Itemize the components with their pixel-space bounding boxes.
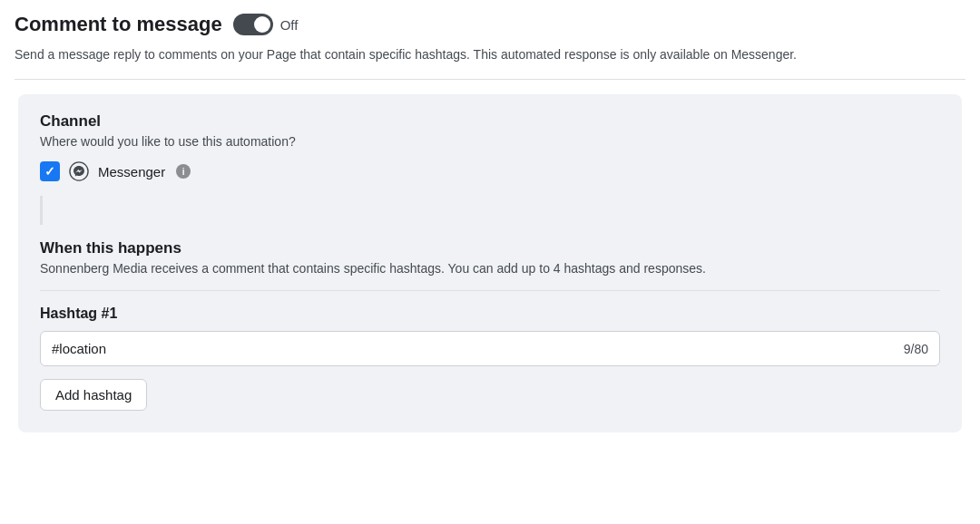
channel-description: Where would you like to use this automat… [40, 134, 940, 149]
when-divider [40, 290, 940, 291]
when-section: When this happens Sonnenberg Media recei… [40, 239, 940, 411]
messenger-info-icon[interactable]: i [176, 164, 191, 179]
header-description: Send a message reply to comments on your… [15, 45, 958, 64]
hashtag-input-container: 9/80 [40, 331, 940, 366]
toggle-container: Off [233, 14, 299, 35]
section-vertical-divider [40, 196, 43, 225]
comment-to-message-toggle[interactable] [233, 14, 273, 35]
messenger-checkbox[interactable]: ✓ [40, 161, 60, 181]
messenger-icon [69, 161, 89, 181]
svg-point-0 [70, 162, 88, 180]
page-title: Comment to message [15, 13, 222, 36]
when-description: Sonnenberg Media receives a comment that… [40, 261, 940, 276]
hashtag-input[interactable] [52, 341, 897, 356]
hashtag-section: Hashtag #1 9/80 Add hashtag [40, 306, 940, 411]
channel-section: Channel Where would you like to use this… [40, 112, 940, 181]
header-divider [15, 79, 965, 80]
toggle-label: Off [280, 17, 299, 33]
page-container: Comment to message Off Send a message re… [0, 0, 980, 451]
checkmark-icon: ✓ [44, 164, 55, 179]
channel-title: Channel [40, 112, 940, 131]
char-count: 9/80 [904, 342, 928, 356]
main-card: Channel Where would you like to use this… [18, 94, 962, 432]
messenger-label: Messenger [98, 164, 165, 180]
hashtag-label: Hashtag #1 [40, 306, 940, 322]
header-row: Comment to message Off [15, 13, 965, 36]
when-title: When this happens [40, 239, 940, 257]
toggle-knob [254, 16, 270, 33]
messenger-checkbox-row: ✓ Messenger i [40, 161, 940, 181]
add-hashtag-button[interactable]: Add hashtag [40, 379, 147, 411]
